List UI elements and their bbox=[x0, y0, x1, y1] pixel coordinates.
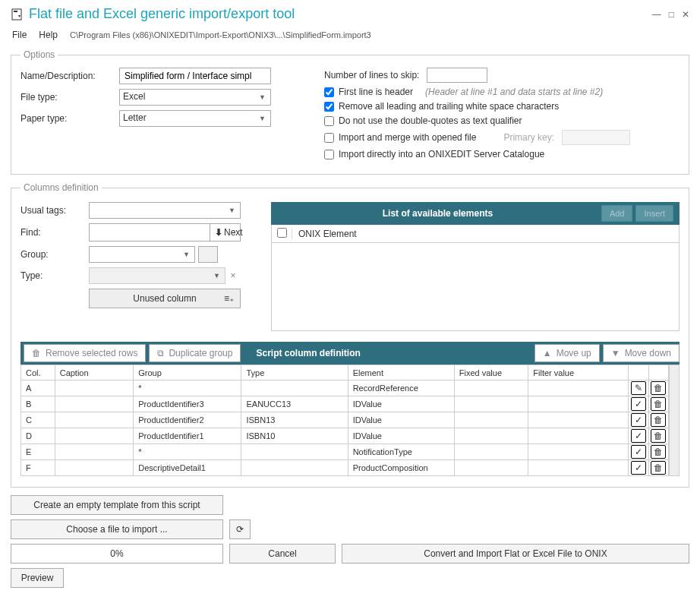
caption-header[interactable]: Caption bbox=[55, 365, 134, 380]
group-extra-select[interactable] bbox=[198, 246, 218, 263]
trash-icon[interactable]: 🗑 bbox=[651, 445, 666, 459]
table-row[interactable]: BProductIdentifier3EANUCC13IDValue✓🗑 bbox=[21, 396, 669, 412]
no-quotes-label: Do not use the double-quotes as text qua… bbox=[339, 115, 522, 126]
element-header[interactable]: Element bbox=[348, 365, 454, 380]
paper-type-select[interactable]: Letter ▼ bbox=[119, 110, 271, 127]
move-up-button[interactable]: ▲ Move up bbox=[534, 344, 600, 362]
group-header[interactable]: Group bbox=[134, 365, 241, 380]
unused-column-button[interactable]: Unused column ≡₊ bbox=[89, 289, 241, 308]
script-toolbar: 🗑 Remove selected rows ⧉ Duplicate group… bbox=[20, 342, 680, 365]
select-all-checkbox[interactable] bbox=[277, 228, 287, 238]
trash-icon[interactable]: 🗑 bbox=[651, 461, 666, 475]
onix-element-header[interactable]: ONIX Element bbox=[292, 229, 679, 239]
move-down-button[interactable]: ▼ Move down bbox=[603, 344, 680, 362]
bottom-buttons: Create an empty template from this scrip… bbox=[11, 495, 689, 588]
add-button[interactable]: Add bbox=[601, 205, 633, 222]
elements-header: List of available elements Add Insert bbox=[271, 202, 680, 225]
import-server-checkbox[interactable] bbox=[324, 150, 334, 159]
filter-header[interactable]: Filter value bbox=[528, 365, 629, 380]
chevron-down-icon: ▼ bbox=[229, 207, 235, 214]
name-label: Name/Description: bbox=[20, 71, 119, 81]
remove-ws-label: Remove all leading and trailing white sp… bbox=[339, 101, 559, 112]
edit-icon[interactable]: ✎ bbox=[631, 381, 646, 395]
validate-icon[interactable]: ✓ bbox=[631, 429, 646, 443]
file-type-label: File type: bbox=[20, 92, 119, 103]
create-template-button[interactable]: Create an empty template from this scrip… bbox=[11, 495, 223, 515]
window-controls: — □ ✕ bbox=[652, 9, 689, 20]
find-label: Find: bbox=[20, 227, 89, 238]
type-select: ▼ bbox=[89, 267, 225, 284]
type-label: Type: bbox=[20, 270, 89, 281]
choose-file-button[interactable]: Choose a file to import ... bbox=[11, 519, 223, 539]
file-type-select[interactable]: Excel ▼ bbox=[119, 89, 271, 106]
validate-icon[interactable]: ✓ bbox=[631, 413, 646, 427]
next-button[interactable]: ⬇ Next bbox=[210, 224, 248, 241]
trash-icon[interactable]: 🗑 bbox=[651, 429, 666, 443]
title-bar: Flat file and Excel generic import/expor… bbox=[11, 6, 689, 22]
import-merge-label: Import and merge with opened file bbox=[339, 132, 476, 143]
convert-button[interactable]: Convert and Import Flat or Excel File to… bbox=[342, 544, 689, 564]
fixed-header[interactable]: Fixed value bbox=[454, 365, 528, 380]
usual-tags-select[interactable]: ▼ bbox=[89, 202, 241, 219]
window-title: Flat file and Excel generic import/expor… bbox=[29, 6, 295, 22]
options-group: Options Name/Description: File type: Exc… bbox=[11, 49, 689, 175]
down-arrow-icon: ▼ bbox=[611, 348, 620, 358]
refresh-button[interactable]: ⟳ bbox=[229, 519, 251, 539]
script-grid: Col. Caption Group Type Element Fixed va… bbox=[20, 365, 669, 476]
insert-button[interactable]: Insert bbox=[635, 205, 673, 222]
down-arrow-icon: ⬇ bbox=[215, 227, 222, 238]
find-box: ⬇ Next bbox=[89, 223, 241, 242]
file-path: C\Program Files (x86)\ONIXEDIT\Import-Ex… bbox=[70, 30, 371, 39]
table-row[interactable]: DProductIdentifier1ISBN10IDValue✓🗑 bbox=[21, 428, 669, 444]
import-merge-checkbox[interactable] bbox=[324, 133, 334, 143]
primary-key-label: Primary key: bbox=[503, 132, 554, 143]
first-line-header-label: First line is header bbox=[339, 87, 413, 97]
type-clear-button[interactable]: × bbox=[227, 270, 239, 281]
remove-rows-button[interactable]: 🗑 Remove selected rows bbox=[24, 344, 146, 362]
minimize-button[interactable]: — bbox=[652, 9, 661, 20]
columns-legend: Columns definition bbox=[20, 182, 102, 193]
chevron-down-icon: ▼ bbox=[183, 251, 190, 258]
chevron-down-icon: ▼ bbox=[213, 272, 220, 279]
trash-icon[interactable]: 🗑 bbox=[651, 413, 666, 427]
menu-help[interactable]: Help bbox=[39, 30, 58, 40]
trash-icon[interactable]: 🗑 bbox=[651, 381, 666, 395]
col-header[interactable]: Col. bbox=[21, 365, 55, 380]
primary-key-select bbox=[562, 130, 630, 145]
table-row[interactable]: CProductIdentifier2ISBN13IDValue✓🗑 bbox=[21, 412, 669, 428]
options-legend: Options bbox=[20, 49, 58, 60]
duplicate-group-button[interactable]: ⧉ Duplicate group bbox=[149, 344, 241, 362]
refresh-icon: ⟳ bbox=[236, 524, 244, 535]
lines-skip-input[interactable] bbox=[427, 68, 487, 83]
trash-icon[interactable]: 🗑 bbox=[651, 397, 666, 411]
table-row[interactable]: E*NotificationType✓🗑 bbox=[21, 444, 669, 460]
group-label: Group: bbox=[20, 249, 89, 260]
group-select[interactable]: ▼ bbox=[89, 246, 195, 263]
elements-title: List of available elements bbox=[277, 208, 598, 219]
remove-ws-checkbox[interactable] bbox=[324, 102, 334, 112]
first-line-hint: (Header at line #1 and data starts at li… bbox=[425, 87, 603, 97]
copy-icon: ⧉ bbox=[157, 348, 164, 358]
elements-body bbox=[272, 243, 679, 330]
scrollbar[interactable] bbox=[669, 365, 680, 476]
lines-skip-label: Number of lines to skip: bbox=[324, 70, 419, 81]
menu-file[interactable]: File bbox=[12, 30, 27, 40]
first-line-header-checkbox[interactable] bbox=[324, 87, 334, 97]
app-icon bbox=[11, 8, 23, 21]
validate-icon[interactable]: ✓ bbox=[631, 461, 646, 475]
no-quotes-checkbox[interactable] bbox=[324, 116, 334, 126]
trash-icon: 🗑 bbox=[32, 348, 41, 358]
maximize-button[interactable]: □ bbox=[669, 9, 674, 20]
svg-rect-1 bbox=[14, 11, 17, 12]
name-input[interactable] bbox=[119, 68, 271, 84]
table-row[interactable]: FDescriptiveDetail1ProductComposition✓🗑 bbox=[21, 460, 669, 476]
preview-button[interactable]: Preview bbox=[11, 568, 64, 588]
find-input[interactable] bbox=[90, 226, 210, 239]
table-row[interactable]: A*RecordReference✎🗑 bbox=[21, 380, 669, 396]
elements-grid: ONIX Element bbox=[271, 225, 680, 331]
type-header[interactable]: Type bbox=[241, 365, 348, 380]
close-button[interactable]: ✕ bbox=[682, 9, 689, 20]
validate-icon[interactable]: ✓ bbox=[631, 445, 646, 459]
validate-icon[interactable]: ✓ bbox=[631, 397, 646, 411]
cancel-button[interactable]: Cancel bbox=[229, 544, 336, 564]
